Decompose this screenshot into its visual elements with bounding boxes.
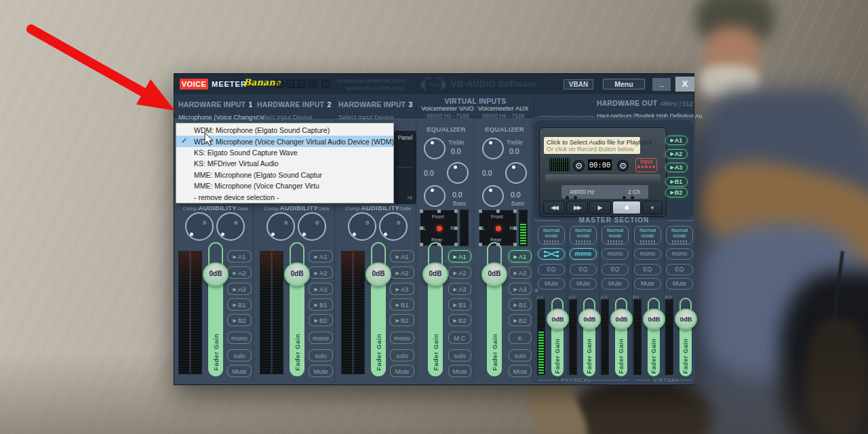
mode-button[interactable]: Normal mode [570, 226, 597, 245]
fader-knob[interactable]: 0dB [284, 262, 310, 286]
fader-bar[interactable]: Fader Gain [487, 272, 502, 376]
vaio-header[interactable]: Voicemeeter VAIO 48000 Hz - 7168 [418, 104, 477, 119]
recorder-route-a2[interactable]: ▶A2 [665, 149, 688, 159]
fader[interactable]: Fader Gain 0dB [484, 242, 505, 376]
route-a1-button[interactable]: ▶A1 [448, 250, 471, 262]
fader-knob[interactable]: 0dB [675, 309, 697, 330]
fader-knob[interactable]: 0dB [578, 309, 601, 330]
hw2-device-name[interactable]: Select Input Device [257, 113, 313, 121]
mono-button[interactable]: mono [309, 332, 333, 344]
route-b2-button[interactable]: ▶B2 [390, 314, 414, 326]
menu-item[interactable]: MME: Microphone (Voice Changer Virtu [176, 180, 393, 191]
mode-button[interactable]: Normal mode [601, 226, 629, 245]
macro-button-r3[interactable]: R [297, 79, 306, 88]
bus-fader[interactable]: Fader Gain 0dB [611, 298, 631, 376]
route-b2-button[interactable]: ▶B2 [509, 314, 532, 326]
solo-button[interactable]: solo [390, 349, 414, 361]
solo-button[interactable]: solo [309, 349, 333, 361]
route-a3-button[interactable]: ▶A3 [509, 283, 532, 295]
eq-mid-knob[interactable] [447, 162, 469, 184]
route-b2-button[interactable]: ▶B2 [448, 314, 471, 326]
recorder-hint-label[interactable]: Click to Select Audio file for Playback … [544, 137, 640, 154]
mute-button[interactable]: Mute [448, 365, 471, 377]
panel-button[interactable]: Panel [395, 134, 416, 141]
rewind-button[interactable]: ◀◀ [543, 201, 565, 214]
fader-bar[interactable]: Fader Gain [290, 272, 304, 376]
route-a2-button[interactable]: ▶A2 [390, 267, 414, 279]
fader[interactable]: Fader Gain 0dB [425, 242, 446, 376]
eq-button[interactable]: EQ [570, 264, 597, 275]
eq-treble-knob[interactable] [424, 138, 446, 159]
stop-button[interactable]: ■ [612, 201, 641, 214]
fader-bar[interactable]: Fader Gain [428, 272, 443, 376]
solo-button[interactable]: solo [227, 349, 252, 361]
comp-knob[interactable]: 0 [267, 212, 295, 241]
titlebar[interactable]: VOICE MEETER Banana R R R R A www.voicem… [174, 74, 694, 94]
bus-fader[interactable]: Fader Gain 0dB [547, 298, 568, 376]
mono-button[interactable]: mono [390, 332, 414, 344]
fader-bar[interactable]: Fader Gain [371, 272, 386, 376]
menu-item[interactable]: MME: Microphone (Elgato Sound Captur [176, 170, 393, 180]
route-b1-button[interactable]: ▶B1 [448, 298, 471, 311]
mode-button[interactable]: Normal mode [538, 226, 565, 245]
hardware-input-2-header[interactable]: HARDWARE INPUT 2 Select Input Device [257, 98, 332, 122]
fader-bar[interactable]: Fader Gain [208, 272, 223, 376]
solo-button[interactable]: solo [509, 349, 532, 361]
route-a3-button[interactable]: ▶A3 [309, 283, 333, 295]
mono-button[interactable]: mono [666, 248, 693, 260]
recorder-route-b2[interactable]: ▶B2 [665, 188, 688, 197]
route-a2-button[interactable]: ▶A2 [227, 267, 252, 279]
macro-button-r4[interactable]: R [308, 79, 317, 88]
strip3-panel[interactable]: Panel Hi [394, 131, 416, 204]
mute-button[interactable]: Mute [666, 278, 693, 290]
route-a1-button[interactable]: ▶A1 [509, 250, 532, 262]
route-b2-button[interactable]: ▶B2 [309, 314, 333, 326]
comp-knob[interactable]: 0 [348, 212, 376, 241]
minimize-button[interactable]: _ [652, 78, 671, 91]
route-a3-button[interactable]: ▶A3 [227, 283, 252, 295]
fader[interactable]: Fader Gain 0dB [205, 242, 226, 376]
route-a2-button[interactable]: ▶A2 [509, 267, 532, 279]
fader-knob[interactable]: 0dB [422, 262, 448, 286]
macro-button-r1[interactable]: R [275, 79, 284, 88]
gate-knob[interactable]: 0 [379, 212, 408, 241]
gate-knob[interactable]: 0 [298, 212, 326, 241]
fader-knob[interactable]: 0dB [481, 262, 507, 286]
mono-button[interactable]: mono [634, 248, 661, 260]
vban-button[interactable]: VBAN [564, 79, 593, 90]
gate-knob[interactable]: 0 [216, 212, 245, 241]
menu-button[interactable]: Menu [603, 79, 645, 90]
record-input-button[interactable]: input [635, 158, 657, 172]
hw3-device-name[interactable]: Select Input Device [338, 113, 394, 121]
k-button[interactable]: K [509, 332, 532, 344]
eq-button[interactable]: EQ [601, 264, 629, 275]
route-a1-button[interactable]: ▶A1 [309, 250, 333, 262]
route-a3-button[interactable]: ▶A3 [448, 283, 471, 295]
menu-item[interactable]: - remove device selection - [176, 191, 393, 202]
menu-item[interactable]: KS: Elgato Sound Capture Wave [176, 147, 393, 158]
comp-knob[interactable]: 0 [185, 212, 214, 241]
hardware-input-3-header[interactable]: HARDWARE INPUT 3 Select Input Device [338, 98, 413, 122]
solo-button[interactable]: solo [448, 349, 471, 361]
recorder-route-b1[interactable]: ▶B1 [665, 177, 688, 186]
surround-panner[interactable]: Front Rear L R [420, 210, 458, 246]
panner-position-dot[interactable] [496, 226, 501, 231]
recorder-route-a3[interactable]: ▶A3 [665, 163, 688, 172]
bus-fader[interactable]: Fader Gain 0dB [675, 298, 696, 376]
route-b1-button[interactable]: ▶B1 [227, 298, 252, 311]
mc-button[interactable]: M.C [448, 332, 471, 344]
mono-button[interactable]: mono [601, 248, 629, 260]
eq-button[interactable]: EQ [538, 264, 565, 275]
eq-mid-knob[interactable] [505, 162, 527, 184]
mute-button[interactable]: Mute [570, 278, 597, 290]
play-button[interactable]: ▶ [589, 201, 611, 214]
menu-item[interactable]: KS: MFDriver Virtual Audio [176, 158, 393, 169]
fader-knob[interactable]: 0dB [610, 309, 633, 330]
record-button[interactable]: ● [642, 201, 663, 214]
mode-button[interactable]: Normal mode [634, 226, 661, 245]
mode-button[interactable]: Normal mode [666, 226, 693, 245]
mono-button[interactable]: mono [227, 332, 252, 344]
fader-knob[interactable]: 0dB [643, 309, 665, 330]
route-a2-button[interactable]: ▶A2 [448, 267, 471, 279]
bus-fader[interactable]: Fader Gain 0dB [644, 298, 664, 376]
